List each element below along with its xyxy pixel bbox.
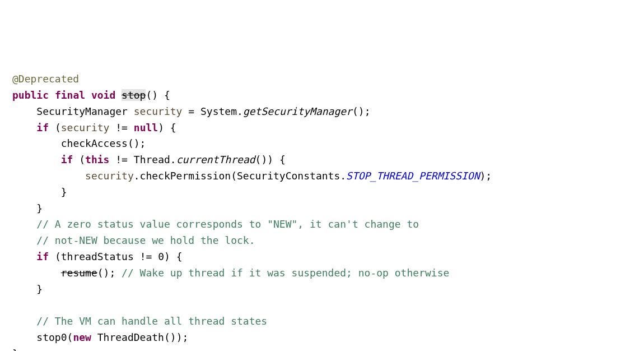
keyword-if: if [36,122,49,133]
code-line: // A zero status value corresponds to "N… [12,216,632,233]
var-threadstatus: threadStatus [61,251,134,262]
op-ne: != [115,122,128,133]
keyword-if: if [36,251,49,262]
keyword-null: null [134,122,158,133]
class-system: System [200,105,237,117]
semicolon: ; [109,267,115,279]
const-stop-thread-permission: STOP_THREAD_PERMISSION [346,170,479,182]
comment: // The VM can handle all thread states [36,315,267,327]
paren-close: ) [134,137,140,149]
code-line: security.checkPermission(SecurityConstan… [12,168,632,184]
dot: . [134,170,140,182]
paren-open: ( [255,154,262,165]
code-line: checkAccess(); [12,136,632,152]
brace-close: } [61,186,67,198]
call-checkpermission: checkPermission [140,170,231,182]
paren-close: ) [480,170,486,182]
code-line: public final void stop() { [12,87,632,104]
paren-open: ( [146,89,152,101]
comment: // Wake up thread if it was suspended; n… [122,267,449,279]
semicolon: ; [140,137,146,149]
paren-open: ( [79,154,85,165]
paren-open: ( [67,331,73,343]
op-ne: != [140,251,152,262]
code-line: if (threadStatus != 0) { [12,249,632,265]
code-line: @Deprecated [12,71,632,87]
code-line: } [12,281,632,298]
call-resume: resume [61,267,97,279]
code-line: } [12,184,632,201]
keyword-void: void [91,89,115,101]
type-securitymanager: SecurityManager [36,105,128,117]
brace-open: { [164,89,170,101]
semicolon: ; [183,331,189,343]
semicolon: ; [486,170,492,182]
keyword-if: if [61,154,73,165]
paren-close: ) [158,122,164,133]
class-threaddeath: ThreadDeath [97,331,164,343]
dot: . [340,170,346,182]
code-line: // not-NEW because we hold the lock. [12,233,632,249]
paren-open: ( [97,267,104,279]
code-line: SecurityManager security = System.getSec… [12,104,632,120]
annotation-deprecated: @Deprecated [12,73,79,85]
keyword-this: this [85,154,109,165]
code-line [12,297,632,313]
paren-open: ( [128,137,134,149]
var-security: security [134,105,183,117]
method-name-highlight: stop [122,89,146,101]
paren-open: ( [231,170,237,182]
method-name: stop [122,89,146,101]
brace-close: } [12,348,18,351]
brace-open: { [279,154,286,165]
op-ne: != [115,154,128,165]
paren-close: ) [267,154,273,165]
brace-open: { [176,251,183,262]
code-line: } [12,201,632,217]
call-getsecuritymanager: getSecurityManager [243,105,352,117]
class-securityconstants: SecurityConstants [237,170,340,182]
code-line: } [12,346,632,351]
paren-close: ) [104,267,110,279]
dot: . [170,154,176,165]
call-checkaccess: checkAccess [61,137,128,149]
op-assign: = [188,105,194,117]
code-line: stop0(new ThreadDeath()); [12,330,632,346]
paren-open: ( [55,251,61,262]
code-line: // The VM can handle all thread states [12,313,632,330]
var-security: security [85,170,134,182]
paren-close: ) [170,331,176,343]
paren-close: ) [152,89,158,101]
keyword-new: new [73,331,91,343]
brace-open: { [170,122,176,133]
semicolon: ; [365,105,371,117]
call-currentthread: currentThread [176,154,255,165]
paren-close: ) [261,154,267,165]
brace-close: } [36,202,43,214]
brace-close: } [36,283,43,295]
code-line: if (this != Thread.currentThread()) { [12,152,632,168]
code-line: resume(); // Wake up thread if it was su… [12,265,632,281]
paren-close: ) [358,105,365,117]
paren-open: ( [164,331,170,343]
dot: . [237,105,243,117]
paren-close: ) [176,331,183,343]
keyword-public: public [12,89,49,101]
var-security: security [61,122,110,133]
paren-open: ( [55,122,61,133]
code-block: @Deprecatedpublic final void stop() { Se… [12,71,632,351]
comment: // not-NEW because we hold the lock. [36,234,255,246]
paren-close: ) [164,251,170,262]
code-line: if (security != null) { [12,120,632,136]
call-stop0: stop0 [36,331,67,343]
paren-open: ( [352,105,358,117]
keyword-final: final [55,89,85,101]
number-zero: 0 [158,251,164,262]
comment: // A zero status value corresponds to "N… [36,218,419,230]
class-thread: Thread [134,154,170,165]
